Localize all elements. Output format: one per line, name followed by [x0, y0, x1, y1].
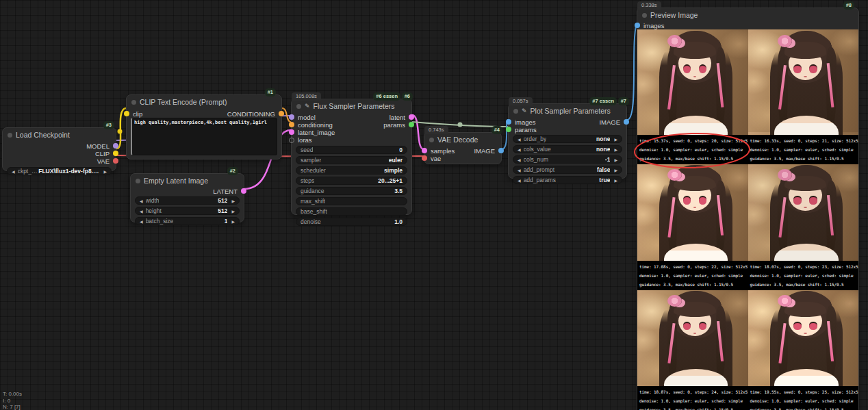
base-shift-widget[interactable]: base_shift	[296, 207, 407, 216]
ckpt-name-widget[interactable]: ◀ ckpt_name FLUX\flux1-dev-fp8.safetens.…	[7, 167, 112, 175]
node-title-bar[interactable]: Load Checkpoint	[3, 128, 116, 140]
images-input-dot[interactable]	[635, 23, 640, 28]
preview-image-cell[interactable]: time: 17.08s, seed: 0, steps: 22, size: …	[637, 164, 748, 290]
guidance-widget[interactable]: guidance3.5	[296, 187, 407, 195]
conditioning-input-dot[interactable]	[289, 122, 294, 127]
decrement-arrow-icon[interactable]: ◀	[518, 157, 521, 162]
collapse-dot-icon[interactable]	[296, 104, 301, 109]
scheduler-widget[interactable]: schedulersimple	[296, 166, 407, 175]
prompt-textarea[interactable]: high quality,masterpiece,4k,best quality…	[131, 118, 277, 155]
params-input-dot[interactable]	[506, 127, 511, 132]
samples-input-dot[interactable]	[422, 148, 427, 153]
sampler-widget[interactable]: samplereuler	[296, 156, 407, 164]
increment-arrow-icon[interactable]: ▶	[614, 137, 617, 142]
height-widget[interactable]: ◀ height 512 ▶	[135, 207, 240, 215]
right-eye	[809, 322, 817, 330]
latent-image-input-dot[interactable]	[289, 129, 294, 135]
images-input-dot[interactable]	[506, 119, 511, 125]
increment-arrow-icon[interactable]: ▶	[231, 198, 235, 203]
increment-arrow-icon[interactable]: ▶	[231, 219, 235, 224]
caption-line: guidance: 3.5, max/base shift: 1.15/0.5	[750, 280, 857, 289]
input-label: params	[515, 126, 537, 133]
preview-image-cell[interactable]: time: 18.07s, seed: 0, steps: 23, size: …	[748, 164, 859, 290]
node-empty-latent-image[interactable]: #2 Empty Latent Image LATENT ◀ width 512…	[130, 173, 244, 222]
anime-portrait-image	[637, 29, 748, 135]
model-input-dot[interactable]	[289, 114, 294, 120]
add-params-widget[interactable]: ◀add_paramstrue▶	[513, 176, 622, 184]
output-row: VAE	[3, 157, 116, 165]
loras-input-dot[interactable]	[289, 138, 294, 143]
input-label: samples	[431, 147, 455, 155]
right-eye	[699, 322, 707, 330]
clip-input-dot[interactable]	[124, 111, 129, 116]
params-output-dot[interactable]	[409, 122, 414, 127]
preview-image-cell[interactable]: time: 16.33s, seed: 0, steps: 21, size: …	[748, 29, 859, 164]
order-by-widget[interactable]: ◀order_bynone▶	[513, 135, 622, 143]
clip-output-dot[interactable]	[113, 151, 118, 156]
slot-row: clip CONDITIONING	[127, 110, 281, 118]
collapse-dot-icon[interactable]	[513, 109, 518, 114]
preview-image-cell[interactable]: time: 19.55s, seed: 0, steps: 25, size: …	[748, 290, 859, 410]
preview-image-cell[interactable]: time: 15.37s, seed: 0, steps: 20, size: …	[637, 29, 748, 164]
decrement-arrow-icon[interactable]: ◀	[140, 198, 143, 203]
image-output-dot[interactable]	[624, 119, 629, 125]
cols-num-widget[interactable]: ◀cols_num-1▶	[513, 155, 622, 164]
increment-arrow-icon[interactable]: ▶	[614, 178, 617, 183]
cols-value-widget[interactable]: ◀cols_valuenone▶	[513, 145, 622, 153]
node-plot-sampler-parameters[interactable]: 0.057s #7 essen #7 ✎ Plot Sampler Parame…	[508, 103, 627, 179]
collapse-dot-icon[interactable]	[429, 138, 434, 142]
widget-label: batch_size	[146, 218, 174, 225]
image-output-dot[interactable]	[498, 148, 504, 153]
image-caption: time: 19.55s, seed: 0, steps: 25, size: …	[748, 386, 859, 410]
decrement-arrow-icon[interactable]: ◀	[518, 168, 521, 172]
seed-widget[interactable]: seed0	[296, 146, 407, 154]
collapse-dot-icon[interactable]	[136, 179, 140, 183]
add-prompt-widget[interactable]: ◀add_promptfalse▶	[513, 166, 622, 174]
vae-input-dot[interactable]	[422, 155, 427, 161]
output-label: IMAGE	[474, 147, 495, 155]
execution-time-badge: 0.743s	[424, 126, 448, 134]
increment-arrow-icon[interactable]: ▶	[103, 169, 107, 174]
width-widget[interactable]: ◀ width 512 ▶	[135, 196, 240, 205]
batch-size-widget[interactable]: ◀ batch_size 1 ▶	[135, 217, 240, 225]
decrement-arrow-icon[interactable]: ◀	[518, 147, 521, 152]
steps-widget[interactable]: steps20...25+1	[296, 177, 407, 185]
node-title-bar[interactable]: Empty Latent Image	[131, 174, 244, 186]
conditioning-output-dot[interactable]	[279, 111, 284, 116]
wire-clip-midpoint-dot[interactable]	[118, 129, 123, 134]
decrement-arrow-icon[interactable]: ◀	[140, 219, 143, 224]
wire-params-reroute-dot[interactable]	[458, 123, 463, 127]
node-clip-text-encode[interactable]: #1 CLIP Text Encode (Prompt) clip CONDIT…	[126, 94, 282, 159]
increment-arrow-icon[interactable]: ▶	[614, 168, 617, 172]
collapse-dot-icon[interactable]	[131, 100, 136, 105]
max-shift-widget[interactable]: max_shift	[296, 197, 407, 205]
latent-output-dot[interactable]	[409, 114, 414, 120]
pencil-icon: ✎	[305, 103, 310, 110]
decrement-arrow-icon[interactable]: ◀	[140, 209, 143, 214]
node-flux-sampler-parameters[interactable]: 105.008s #6 essen #6 ✎ Flux Sampler Para…	[291, 99, 412, 215]
increment-arrow-icon[interactable]: ▶	[614, 147, 617, 152]
node-title-bar[interactable]: ✎ Flux Sampler Parameters	[292, 99, 411, 112]
vae-output-dot[interactable]	[113, 158, 118, 164]
increment-arrow-icon[interactable]: ▶	[614, 157, 617, 162]
widget-label: add_params	[524, 177, 556, 183]
node-title-bar[interactable]: CLIP Text Encode (Prompt)	[127, 95, 281, 107]
node-vae-decode[interactable]: 0.743s #4 VAE Decode samples IMAGE vae	[424, 132, 502, 164]
decrement-arrow-icon[interactable]: ◀	[12, 169, 15, 174]
collapse-dot-icon[interactable]	[8, 133, 12, 138]
node-title-bar[interactable]: Preview Image	[637, 8, 858, 21]
denoise-widget[interactable]: denoise1.0	[296, 218, 407, 226]
node-load-checkpoint[interactable]: #3 Load Checkpoint MODEL CLIP VAE ◀ ckpt…	[2, 127, 116, 171]
model-output-dot[interactable]	[113, 143, 118, 149]
node-title-bar[interactable]: VAE Decode	[424, 133, 501, 145]
decrement-arrow-icon[interactable]: ◀	[518, 137, 521, 142]
preview-image-cell[interactable]: time: 18.87s, seed: 0, steps: 24, size: …	[637, 290, 748, 410]
execution-time-badge: 105.008s	[292, 92, 321, 101]
stats-node-count: N: 7 [7]	[3, 404, 22, 410]
increment-arrow-icon[interactable]: ▶	[231, 209, 235, 214]
latent-output-dot[interactable]	[241, 188, 246, 194]
decrement-arrow-icon[interactable]: ◀	[518, 178, 521, 183]
node-preview-image[interactable]: 0.338s #8 Preview Image images time: 15.…	[637, 8, 859, 410]
node-title-bar[interactable]: ✎ Plot Sampler Parameters	[509, 104, 626, 116]
collapse-dot-icon[interactable]	[642, 13, 647, 18]
